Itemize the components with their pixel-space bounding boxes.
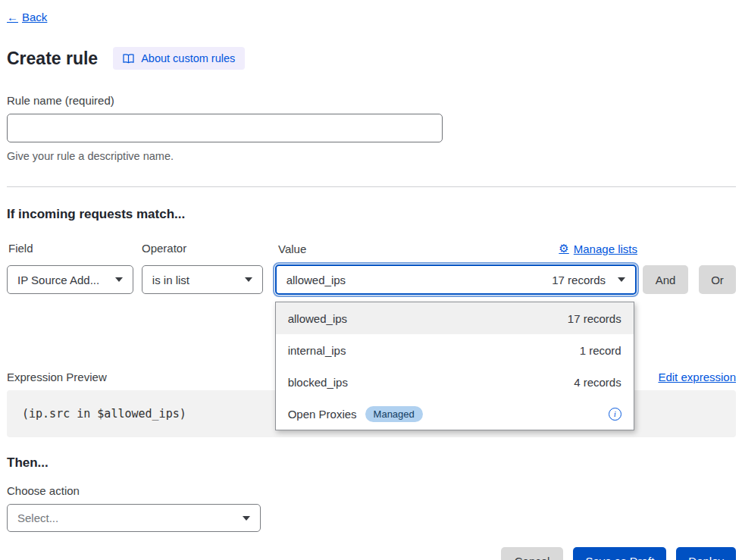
or-button[interactable]: Or bbox=[699, 265, 736, 294]
divider bbox=[7, 186, 736, 187]
list-item-meta: 1 record bbox=[580, 344, 621, 357]
dropdown-item-blocked-ips[interactable]: blocked_ips 4 records bbox=[276, 366, 634, 398]
info-icon[interactable]: i bbox=[609, 408, 621, 421]
edit-expression-link[interactable]: Edit expression bbox=[658, 371, 736, 383]
back-arrow-icon: ← bbox=[7, 11, 18, 23]
list-item-meta: 4 records bbox=[574, 376, 621, 389]
title-row: Create rule About custom rules bbox=[7, 47, 736, 70]
and-button[interactable]: And bbox=[643, 265, 688, 294]
value-selected-name: allowed_ips bbox=[286, 274, 553, 286]
dropdown-item-allowed-ips[interactable]: allowed_ips 17 records bbox=[276, 302, 634, 334]
cancel-button[interactable]: Cancel bbox=[501, 547, 564, 560]
save-as-draft-button[interactable]: Save as Draft bbox=[573, 547, 666, 560]
gear-icon: ⚙ bbox=[559, 242, 568, 255]
action-select[interactable]: Select... bbox=[7, 504, 261, 532]
value-combobox[interactable]: allowed_ips 17 records bbox=[275, 264, 637, 295]
list-item-name: Open Proxies bbox=[288, 408, 357, 421]
list-item-name: blocked_ips bbox=[288, 376, 348, 389]
manage-lists-label: Manage lists bbox=[574, 242, 637, 255]
list-item-name: allowed_ips bbox=[288, 312, 347, 325]
dropdown-item-internal-ips[interactable]: internal_ips 1 record bbox=[276, 334, 634, 366]
match-controls-row: IP Source Add... is in list allowed_ips … bbox=[7, 264, 736, 295]
match-section-title: If incoming requests match... bbox=[7, 207, 736, 222]
value-selected-meta: 17 records bbox=[552, 274, 606, 286]
chevron-down-icon bbox=[115, 277, 123, 282]
about-custom-rules-link[interactable]: About custom rules bbox=[113, 47, 245, 70]
operator-label: Operator bbox=[142, 242, 275, 255]
list-item-name: internal_ips bbox=[288, 344, 346, 357]
back-link[interactable]: ← Back bbox=[7, 11, 47, 23]
value-dropdown: allowed_ips 17 records internal_ips 1 re… bbox=[275, 302, 634, 430]
choose-action-label: Choose action bbox=[7, 484, 736, 497]
create-rule-page: ← Back Create rule About custom rules Ru… bbox=[0, 0, 742, 560]
rule-name-label: Rule name (required) bbox=[7, 94, 736, 107]
value-label: Value bbox=[278, 242, 306, 255]
chevron-down-icon bbox=[243, 516, 250, 521]
match-labels-row: Field Operator Value ⚙ Manage lists bbox=[7, 242, 736, 255]
action-select-placeholder: Select... bbox=[17, 512, 58, 524]
page-title: Create rule bbox=[7, 48, 98, 69]
rule-name-input[interactable] bbox=[7, 114, 443, 142]
manage-lists-link[interactable]: ⚙ Manage lists bbox=[559, 242, 637, 255]
field-select[interactable]: IP Source Add... bbox=[7, 265, 133, 294]
rule-name-helper: Give your rule a descriptive name. bbox=[7, 150, 736, 162]
dropdown-item-open-proxies[interactable]: Open Proxies Managed i bbox=[276, 398, 634, 430]
about-custom-rules-label: About custom rules bbox=[141, 52, 235, 64]
expression-code: (ip.src in $allowed_ips) bbox=[22, 407, 186, 421]
operator-select-value: is in list bbox=[152, 274, 189, 286]
deploy-button[interactable]: Deploy bbox=[676, 547, 736, 560]
back-link-label: Back bbox=[22, 11, 47, 23]
book-icon bbox=[123, 54, 134, 64]
value-select-wrap: allowed_ips 17 records allowed_ips 17 re… bbox=[275, 264, 637, 295]
chevron-down-icon bbox=[245, 277, 252, 282]
chevron-down-icon bbox=[618, 277, 625, 282]
expression-preview-label: Expression Preview bbox=[7, 371, 107, 383]
then-section-title: Then... bbox=[7, 455, 736, 471]
managed-badge: Managed bbox=[365, 406, 423, 422]
field-select-value: IP Source Add... bbox=[17, 274, 99, 286]
field-label: Field bbox=[7, 242, 142, 255]
list-item-meta: 17 records bbox=[568, 312, 621, 325]
footer-actions: Cancel Save as Draft Deploy bbox=[7, 547, 736, 560]
operator-select[interactable]: is in list bbox=[142, 265, 263, 294]
